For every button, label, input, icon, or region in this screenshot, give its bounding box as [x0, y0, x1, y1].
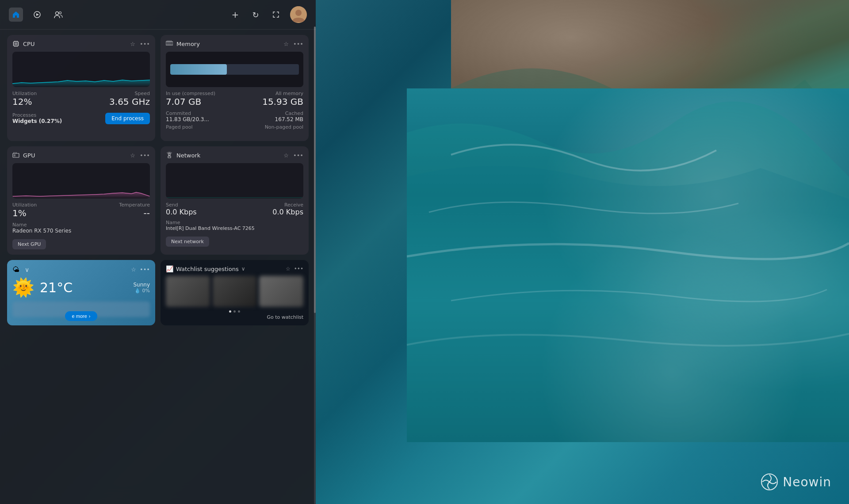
watchlist-dot-3[interactable]: [238, 310, 240, 313]
user-avatar[interactable]: [290, 6, 307, 23]
weather-right: Sunny 💧 0%: [133, 282, 150, 294]
gpu-utilization-value: 1%: [12, 208, 37, 218]
network-pin-button[interactable]: ☆: [283, 152, 289, 159]
watchlist-title-row: 📈 Watchlist suggestions ∨: [166, 265, 245, 272]
svg-marker-3: [36, 13, 39, 16]
network-more-button[interactable]: •••: [293, 152, 303, 159]
watchlist-widget: 📈 Watchlist suggestions ∨ ☆ •••: [161, 260, 309, 325]
cpu-title: CPU: [23, 41, 34, 47]
weather-main: 🌞 21°C Sunny 💧 0%: [12, 277, 150, 298]
panel-header-actions: + ↻: [229, 6, 307, 23]
end-process-button[interactable]: End process: [105, 113, 150, 124]
network-receive-value: 0.0 Kbps: [272, 208, 303, 216]
cpu-stats: Utilization 12% Speed 3.65 GHz: [12, 91, 150, 107]
panel-header: + ↻: [0, 0, 316, 30]
weather-precip: 💧 0%: [133, 288, 150, 294]
ocean-waves: [407, 88, 849, 442]
cpu-utilization-stat: Utilization 12%: [12, 91, 37, 107]
weather-pin-button[interactable]: ☆: [131, 266, 136, 273]
memory-more-button[interactable]: •••: [293, 41, 303, 47]
svg-point-7: [295, 10, 302, 16]
weather-location-row: 🌤 ​ ∨: [12, 265, 29, 274]
weather-temp-icon: 🌞: [12, 277, 34, 298]
cpu-widget-controls: ☆ •••: [130, 41, 150, 47]
network-chart-area: [166, 163, 303, 199]
network-stats: Send 0.0 Kbps Receive 0.0 Kbps: [166, 202, 303, 216]
network-widget-controls: ☆ •••: [283, 152, 303, 159]
memory-pin-button[interactable]: ☆: [283, 41, 289, 47]
memory-paged-stat: Paged pool: [166, 124, 234, 130]
panel-scrollbar-thumb[interactable]: [314, 27, 316, 313]
watchlist-pin-button[interactable]: ☆: [286, 266, 291, 272]
expand-button[interactable]: [270, 8, 282, 21]
gpu-name-label: Name: [12, 222, 150, 228]
cpu-processes-label: Processes: [12, 112, 62, 118]
cpu-pin-button[interactable]: ☆: [130, 41, 135, 47]
memory-in-use-label: In use (compressed): [166, 91, 215, 96]
neowin-watermark: Neowin: [761, 473, 831, 491]
panel-nav-icons: [9, 8, 222, 22]
network-send-stat: Send 0.0 Kbps: [166, 202, 197, 216]
add-widget-button[interactable]: +: [229, 8, 241, 21]
network-widget: Network ☆ ••• Send 0.0 Kbps Re: [161, 146, 309, 255]
memory-extra-stats: Commited 11.83 GB/20.3... Cached 167.52 …: [166, 111, 303, 130]
watchlist-dot-2[interactable]: [233, 310, 236, 313]
network-send-value: 0.0 Kbps: [166, 208, 197, 216]
watchlist-dot-1[interactable]: [229, 310, 231, 313]
weather-more-button[interactable]: •••: [140, 266, 150, 273]
cpu-more-button[interactable]: •••: [140, 41, 150, 47]
refresh-button[interactable]: ↻: [249, 8, 262, 21]
cpu-icon: [12, 40, 19, 47]
network-name-info: Name Intel[R] Dual Band Wireless-AC 7265: [166, 220, 303, 231]
weather-temperature: 21°C: [40, 280, 73, 295]
svg-point-37: [168, 154, 170, 156]
memory-all-stat: All memory 15.93 GB: [262, 91, 303, 107]
gpu-widget: GPU ☆ •••: [7, 146, 155, 255]
panel-scrollbar[interactable]: [314, 27, 316, 504]
gpu-icon: [12, 152, 19, 159]
network-name-label: Name: [166, 220, 303, 225]
see-more-chevron-icon: ›: [89, 313, 91, 319]
cpu-utilization-value: 12%: [12, 96, 37, 107]
memory-widget: Memory ☆ ••• In use (compressed) 7: [161, 35, 309, 141]
media-nav-icon[interactable]: [30, 8, 44, 22]
cpu-process-row: Processes Widgets (0.27%) End process: [12, 112, 150, 124]
weather-expand-button[interactable]: ∨: [25, 266, 29, 273]
memory-icon: [166, 40, 173, 47]
weather-temp-display: 21°C: [40, 280, 73, 295]
gpu-pin-button[interactable]: ☆: [130, 152, 135, 159]
memory-stats: In use (compressed) 7.07 GB All memory 1…: [166, 91, 303, 107]
watchlist-more-button[interactable]: •••: [294, 266, 303, 272]
weather-header: 🌤 ​ ∨ ☆ •••: [12, 265, 150, 274]
cpu-utilization-label: Utilization: [12, 91, 37, 96]
memory-commited-label: Commited: [166, 111, 234, 116]
gpu-stats: Utilization 1% Temperature --: [12, 202, 150, 218]
cpu-process-name: Widgets (0.27%): [12, 118, 62, 124]
svg-rect-32: [14, 154, 15, 157]
gpu-temp-label: Temperature: [119, 202, 150, 208]
next-gpu-button[interactable]: Next GPU: [12, 239, 46, 249]
gpu-name-value: Radeon RX 570 Series: [12, 228, 150, 234]
watchlist-images: [166, 276, 303, 307]
weather-controls: ☆ •••: [131, 266, 150, 273]
see-more-button[interactable]: e more ›: [65, 311, 98, 321]
gpu-utilization-label: Utilization: [12, 202, 37, 208]
next-network-button[interactable]: Next network: [166, 237, 209, 247]
watchlist-controls: ☆ •••: [286, 266, 303, 272]
people-nav-icon[interactable]: [51, 8, 65, 22]
widget-panel: + ↻: [0, 0, 316, 504]
network-title-row: Network: [166, 152, 200, 159]
watchlist-expand-button[interactable]: ∨: [241, 266, 245, 272]
gpu-name-info: Name Radeon RX 570 Series: [12, 222, 150, 234]
watchlist-footer: Go to watchlist: [166, 314, 303, 320]
memory-cached-stat: Cached 167.52 MB: [236, 111, 304, 122]
home-nav-icon[interactable]: [9, 8, 23, 22]
go-to-watchlist-button[interactable]: Go to watchlist: [267, 314, 303, 320]
gpu-title: GPU: [23, 152, 35, 159]
neowin-label: Neowin: [783, 475, 831, 489]
gpu-more-button[interactable]: •••: [140, 152, 150, 159]
watchlist-image-2: [213, 276, 257, 307]
cpu-title-row: CPU: [12, 40, 34, 47]
memory-all-value: 15.93 GB: [262, 96, 303, 107]
weather-condition: Sunny: [133, 282, 150, 288]
